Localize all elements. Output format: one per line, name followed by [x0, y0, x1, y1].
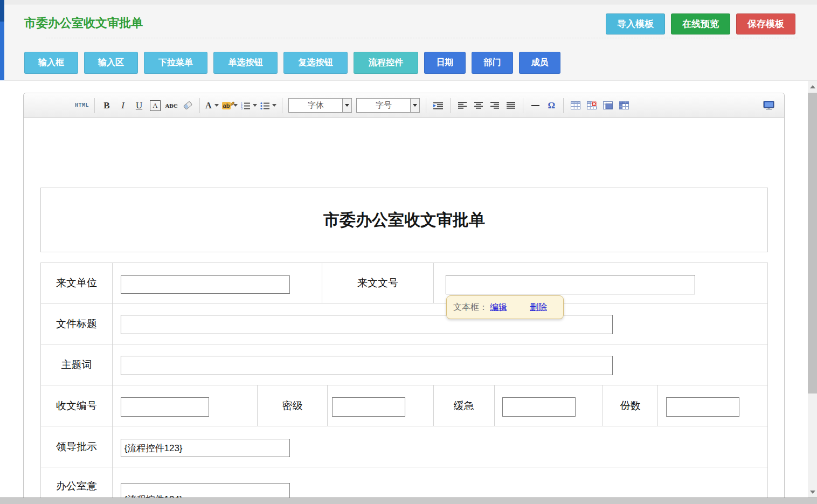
chevron-down-icon[interactable]: [410, 99, 419, 112]
field-label-wenjian-biaoti: 文件标题: [41, 303, 113, 344]
field-cell: [495, 385, 604, 426]
chevron-down-icon[interactable]: [342, 99, 351, 112]
unordered-list-icon: [260, 102, 269, 109]
chevron-down-icon: [272, 104, 276, 107]
font-frame-button[interactable]: A: [150, 100, 161, 111]
control-button-group: 输入框 输入区 下拉菜单 单选按钮 复选按钮 流程控件 日期 部门 成员: [24, 52, 560, 74]
insert-table-icon: [571, 101, 580, 109]
arrow-down-icon: [810, 491, 815, 494]
font-color-icon: A: [205, 101, 212, 111]
field-cell: [658, 385, 767, 426]
miji-input[interactable]: [332, 397, 405, 417]
bold-button[interactable]: B: [100, 98, 114, 114]
underline-button[interactable]: U: [132, 98, 146, 114]
lingdao-pishi-input[interactable]: [121, 439, 290, 457]
field-label-laiwen-danwei: 来文单位: [41, 263, 113, 303]
insert-radio-button[interactable]: 单选按钮: [213, 52, 278, 74]
horizontal-rule-icon: [531, 105, 539, 106]
align-justify-button[interactable]: [504, 98, 518, 114]
font-family-select[interactable]: 字体: [288, 98, 352, 113]
fenshu-input[interactable]: [666, 397, 739, 417]
delete-table-icon: [587, 101, 597, 109]
ordered-list-icon: 1 2 3: [241, 102, 250, 109]
special-character-button[interactable]: Ω: [544, 98, 558, 114]
horizontal-rule-button[interactable]: [528, 98, 542, 114]
insert-checkbox-button[interactable]: 复选按钮: [283, 52, 348, 74]
form-table: 来文单位 来文文号 文件标题 主题词: [40, 263, 768, 504]
huanji-input[interactable]: [502, 397, 576, 417]
font-family-value: 字体: [289, 100, 342, 111]
align-right-icon: [490, 102, 499, 109]
toolbar-separator: [563, 98, 564, 113]
scrollbar-thumb[interactable]: [808, 93, 817, 393]
strikethrough-button[interactable]: ABC: [164, 98, 178, 114]
table-properties-icon: [603, 101, 613, 109]
insert-textarea-button[interactable]: 输入区: [84, 52, 138, 74]
cell-properties-icon: [619, 101, 629, 109]
insert-input-button[interactable]: 输入框: [24, 52, 78, 74]
insert-member-button[interactable]: 成员: [519, 52, 560, 74]
online-preview-button[interactable]: 在线预览: [671, 13, 730, 34]
toolbar-separator: [523, 98, 523, 113]
delete-field-link[interactable]: 删除: [530, 302, 547, 313]
field-label-fenshu: 份数: [603, 385, 658, 426]
remove-format-button[interactable]: [181, 98, 195, 114]
align-center-button[interactable]: [472, 98, 486, 114]
highlight-button[interactable]: ab: [221, 98, 239, 114]
field-label-laiwen-wenhao: 来文文号: [322, 263, 434, 303]
shouwen-bianhao-input[interactable]: [121, 397, 209, 417]
insert-flow-control-button[interactable]: 流程控件: [354, 52, 418, 74]
rich-text-editor: HTML B I U A ABC A ab 1 2: [23, 93, 785, 504]
html-source-button[interactable]: HTML: [74, 98, 89, 114]
page-title: 市委办公室收文审批单: [24, 15, 143, 31]
table-properties-button[interactable]: [601, 98, 615, 114]
editor-canvas[interactable]: 市委办公室收文审批单 来文单位 来文文号 文件标题: [24, 118, 784, 504]
save-template-button[interactable]: 保存模板: [736, 13, 795, 34]
toolbar-separator: [282, 98, 282, 113]
header-divider: [46, 38, 798, 38]
scroll-up-button[interactable]: [808, 82, 817, 91]
zhutici-input[interactable]: [121, 356, 613, 375]
field-cell: [113, 263, 322, 303]
laiwen-wenhao-input[interactable]: [446, 275, 695, 294]
align-right-button[interactable]: [488, 98, 502, 114]
app-window: 市委办公室收文审批单 导入模板 在线预览 保存模板 输入框 输入区 下拉菜单 单…: [0, 0, 817, 504]
insert-dropdown-button[interactable]: 下拉菜单: [144, 52, 207, 74]
toolbar-separator: [450, 98, 451, 113]
insert-table-button[interactable]: [569, 98, 583, 114]
vertical-scrollbar[interactable]: [808, 81, 817, 504]
fullscreen-button[interactable]: [761, 98, 776, 114]
ordered-list-button[interactable]: 1 2 3: [240, 98, 258, 114]
font-size-value: 字号: [357, 100, 410, 111]
insert-department-button[interactable]: 部门: [472, 52, 513, 74]
cell-properties-button[interactable]: [617, 98, 631, 114]
insert-date-button[interactable]: 日期: [424, 52, 466, 74]
align-justify-icon: [507, 102, 515, 109]
field-cell: [113, 344, 767, 385]
field-label-huanji: 缓急: [434, 385, 495, 426]
table-row: 来文单位 来文文号: [41, 263, 767, 303]
field-label-miji: 密级: [258, 385, 328, 426]
field-label-shouwen-bianhao: 收文编号: [41, 385, 113, 426]
action-button-group: 导入模板 在线预览 保存模板: [606, 13, 795, 34]
edit-field-link[interactable]: 编辑: [490, 302, 507, 313]
field-action-tooltip: 文本框： 编辑 删除: [446, 295, 564, 319]
laiwen-danwei-input[interactable]: [121, 275, 290, 294]
field-cell: [113, 303, 767, 344]
import-template-button[interactable]: 导入模板: [606, 13, 665, 34]
window-bottom-bar: [0, 498, 817, 504]
arrow-up-icon: [810, 85, 815, 88]
italic-button[interactable]: I: [116, 98, 130, 114]
delete-table-button[interactable]: [585, 98, 599, 114]
fullscreen-icon: [763, 101, 774, 110]
svg-text:3: 3: [241, 107, 243, 109]
eraser-icon: [183, 101, 192, 110]
unordered-list-button[interactable]: [260, 98, 277, 114]
indent-button[interactable]: [431, 98, 445, 114]
font-color-button[interactable]: A: [205, 98, 219, 114]
window-top-strip: [0, 0, 817, 4]
font-size-select[interactable]: 字号: [356, 98, 420, 113]
document-title-table: 市委办公室收文审批单: [40, 188, 768, 252]
align-left-button[interactable]: [455, 98, 469, 114]
scroll-down-button[interactable]: [808, 487, 817, 496]
